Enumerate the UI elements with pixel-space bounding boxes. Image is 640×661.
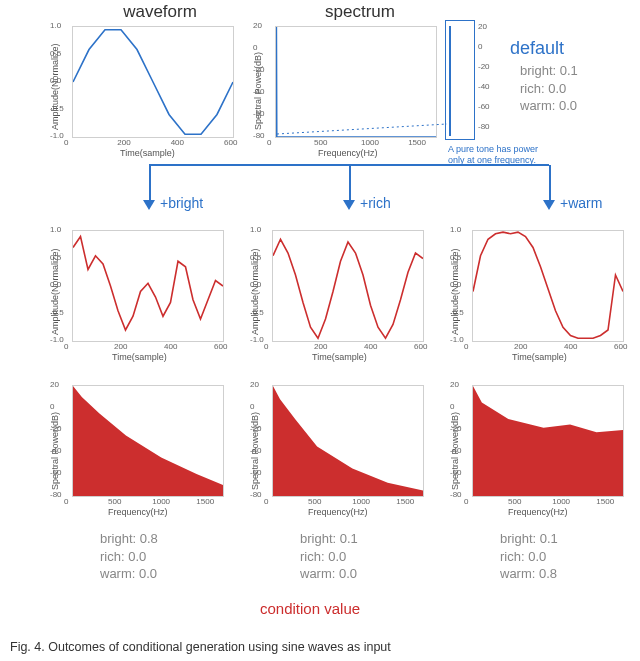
label-rich: +rich (360, 195, 391, 211)
arrow-line (549, 165, 551, 200)
arrow-line (349, 165, 351, 200)
chart-rich-waveform (272, 230, 424, 342)
arrow-down-icon (143, 200, 155, 210)
chart-bright-spectrum (72, 385, 224, 497)
arrow-line (149, 165, 151, 200)
arrow-down-icon (343, 200, 355, 210)
tick: -80 (478, 122, 490, 131)
xlabel-freq: Frequency(Hz) (308, 507, 368, 517)
tick: 20 (478, 22, 487, 31)
xlabel-freq: Frequency(Hz) (318, 148, 378, 158)
chart-bright-waveform (72, 230, 224, 342)
tick: -20 (478, 62, 490, 71)
dotted-connector (275, 26, 475, 146)
cond-default: bright: 0.1 rich: 0.0 warm: 0.0 (520, 62, 578, 115)
xlabel-time: Time(sample) (312, 352, 367, 362)
xlabel-time: Time(sample) (512, 352, 567, 362)
cond-bright: bright: 0.8 rich: 0.0 warm: 0.0 (100, 530, 158, 583)
cond-rich: bright: 0.1 rich: 0.0 warm: 0.0 (300, 530, 358, 583)
cond-warm: bright: 0.1 rich: 0.0 warm: 0.8 (500, 530, 558, 583)
chart-default-waveform (72, 26, 234, 138)
tick: -60 (478, 102, 490, 111)
label-bright: +bright (160, 195, 203, 211)
arrow-horizontal (149, 163, 559, 167)
tick: 0 (478, 42, 482, 51)
arrow-down-icon (543, 200, 555, 210)
label-condition-value: condition value (260, 600, 360, 617)
label-default: default (510, 38, 564, 59)
svg-line-1 (277, 124, 447, 134)
label-warm: +warm (560, 195, 602, 211)
xlabel-freq: Frequency(Hz) (108, 507, 168, 517)
chart-warm-spectrum (472, 385, 624, 497)
chart-rich-spectrum (272, 385, 424, 497)
figure-caption: Fig. 4. Outcomes of conditional generati… (10, 640, 391, 654)
xlabel-time: Time(sample) (120, 148, 175, 158)
title-spectrum: spectrum (280, 2, 440, 22)
title-waveform: waveform (80, 2, 240, 22)
xlabel-freq: Frequency(Hz) (508, 507, 568, 517)
xlabel-time: Time(sample) (112, 352, 167, 362)
chart-warm-waveform (472, 230, 624, 342)
tick: -40 (478, 82, 490, 91)
